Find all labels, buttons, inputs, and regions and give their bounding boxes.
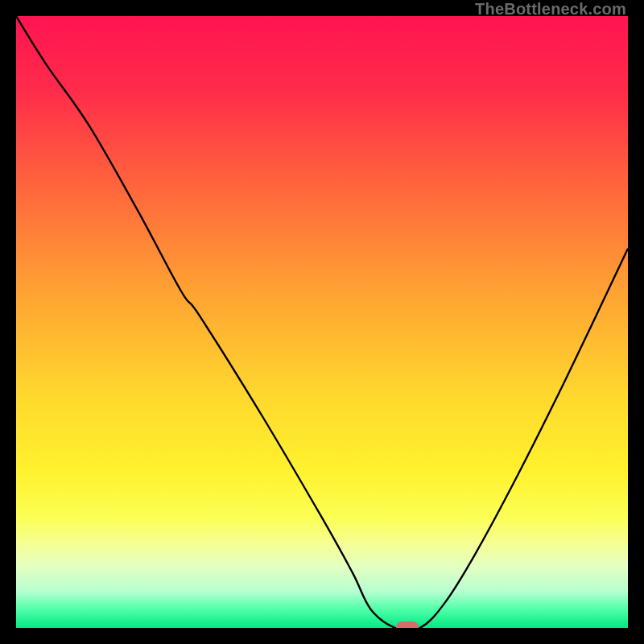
curve-layer [16, 16, 628, 628]
optimal-marker [396, 621, 419, 628]
watermark-text: TheBottleneck.com [475, 0, 626, 19]
bottleneck-curve [16, 16, 628, 628]
plot-area [16, 16, 628, 628]
chart-container: TheBottleneck.com [0, 0, 644, 644]
